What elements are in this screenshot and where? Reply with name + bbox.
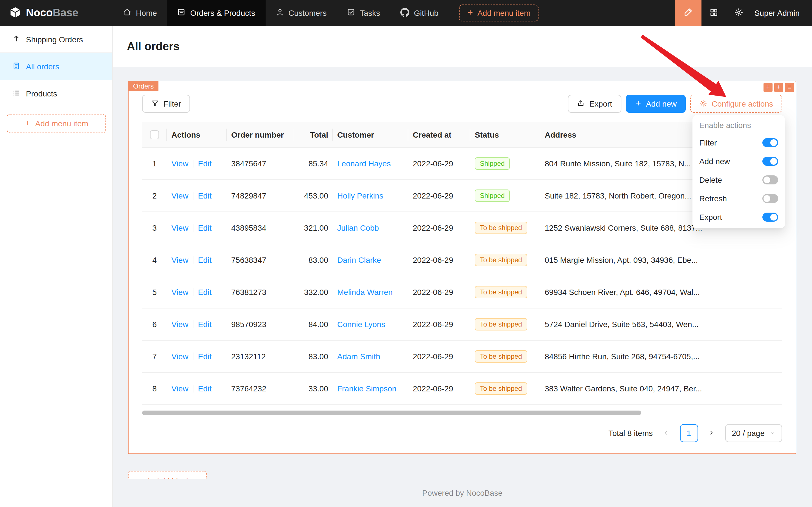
- enable-action-item[interactable]: Add new: [692, 152, 785, 170]
- nocobase-logo[interactable]: NocoBase: [0, 0, 113, 26]
- table-row[interactable]: 8 ViewEdit 73764232 33.00 Frankie Simpso…: [142, 373, 782, 405]
- status-cell: Shipped: [470, 148, 540, 180]
- pagination-next-button[interactable]: [702, 425, 720, 442]
- table-row[interactable]: 2 ViewEdit 74829847 453.00 Holly Perkins…: [142, 180, 782, 212]
- add-block-button[interactable]: Add block: [128, 471, 207, 480]
- tasks-icon: [347, 8, 355, 18]
- export-button[interactable]: Export: [568, 95, 621, 113]
- actions-cell: ViewEdit: [167, 276, 227, 308]
- pagination-page-1[interactable]: 1: [680, 425, 698, 442]
- actions-cell: ViewEdit: [167, 148, 227, 180]
- edit-link[interactable]: Edit: [198, 320, 212, 329]
- created-at-cell: 2022-06-29: [408, 341, 470, 373]
- actions-cell: ViewEdit: [167, 244, 227, 276]
- nav-item-orders-products[interactable]: Orders & Products: [167, 0, 265, 26]
- add-block-icon[interactable]: +: [774, 83, 783, 92]
- toggle-switch[interactable]: [762, 175, 778, 184]
- sidebar-add-menu-item-button[interactable]: Add menu item: [7, 114, 106, 133]
- actions-cell: ViewEdit: [167, 212, 227, 244]
- customer-link[interactable]: Julian Cobb: [337, 224, 379, 233]
- table-toolbar: Filter Export Add new Conf: [142, 95, 782, 113]
- actions-cell: ViewEdit: [167, 341, 227, 373]
- sidebar-item-all-orders[interactable]: All orders: [0, 53, 112, 80]
- add-column-icon[interactable]: +: [763, 83, 772, 92]
- view-link[interactable]: View: [171, 320, 188, 329]
- view-link[interactable]: View: [171, 352, 188, 361]
- toggle-switch[interactable]: [762, 157, 778, 166]
- view-link[interactable]: View: [171, 384, 188, 393]
- table-row[interactable]: 3 ViewEdit 43895834 321.00 Julian Cobb 2…: [142, 212, 782, 244]
- filter-button[interactable]: Filter: [142, 95, 190, 113]
- customer-link[interactable]: Connie Lyons: [337, 320, 385, 329]
- view-link[interactable]: View: [171, 224, 188, 233]
- horizontal-scrollbar-thumb[interactable]: [142, 411, 641, 415]
- nav-item-tasks[interactable]: Tasks: [337, 0, 390, 26]
- home-icon: [123, 8, 131, 18]
- customer-link[interactable]: Frankie Simpson: [337, 384, 396, 393]
- toggle-knob: [770, 139, 777, 146]
- view-link[interactable]: View: [171, 288, 188, 297]
- customer-link[interactable]: Leonard Hayes: [337, 159, 391, 168]
- drag-handle-icon[interactable]: ≡: [785, 83, 794, 92]
- add-block-clip: Add block: [128, 471, 207, 480]
- pagination: Total 8 items 1 20 / page: [142, 425, 782, 442]
- nav-item-github[interactable]: GitHub: [390, 0, 449, 26]
- edit-link[interactable]: Edit: [198, 352, 212, 361]
- edit-link[interactable]: Edit: [198, 256, 212, 265]
- action-divider: [193, 160, 193, 168]
- edit-link[interactable]: Edit: [198, 288, 212, 297]
- total-cell: 453.00: [293, 180, 333, 212]
- table-row[interactable]: 1 ViewEdit 38475647 85.34 Leonard Hayes …: [142, 148, 782, 180]
- edit-link[interactable]: Edit: [198, 159, 212, 168]
- settings-button[interactable]: [726, 0, 751, 26]
- table-row[interactable]: 4 ViewEdit 75638347 83.00 Darin Clarke 2…: [142, 244, 782, 276]
- pagination-prev-button[interactable]: [657, 425, 675, 442]
- actions-cell: ViewEdit: [167, 180, 227, 212]
- customer-link[interactable]: Adam Smith: [337, 352, 380, 361]
- edit-link[interactable]: Edit: [198, 224, 212, 233]
- navbar-add-menu-item-button[interactable]: Add menu item: [459, 4, 538, 21]
- add-new-button[interactable]: Add new: [626, 95, 686, 113]
- page-size-select[interactable]: 20 / page: [725, 425, 782, 442]
- enable-action-item[interactable]: Export: [692, 208, 785, 226]
- customer-link[interactable]: Melinda Warren: [337, 288, 393, 297]
- enable-actions-title: Enable actions: [692, 117, 785, 133]
- sidebar-item-products[interactable]: Products: [0, 80, 112, 107]
- view-link[interactable]: View: [171, 159, 188, 168]
- created-at-cell: 2022-06-29: [408, 180, 470, 212]
- total-cell: 332.00: [293, 276, 333, 308]
- view-link[interactable]: View: [171, 191, 188, 201]
- table-row[interactable]: 7 ViewEdit 23132112 83.00 Adam Smith 202…: [142, 341, 782, 373]
- chevron-right-icon: [708, 429, 714, 438]
- configure-actions-button[interactable]: Configure actions: [690, 95, 782, 113]
- nav-item-label: Tasks: [360, 8, 380, 17]
- plugin-manager-button[interactable]: [701, 0, 726, 26]
- toggle-switch[interactable]: [762, 138, 778, 147]
- nav-item-label: Customers: [288, 8, 327, 17]
- enable-action-item[interactable]: Filter: [692, 133, 785, 152]
- customer-cell: Adam Smith: [333, 341, 408, 373]
- select-all-checkbox[interactable]: [150, 130, 159, 139]
- edit-link[interactable]: Edit: [198, 384, 212, 393]
- customer-link[interactable]: Holly Perkins: [337, 191, 383, 201]
- sidebar: Shipping Orders All orders Products Add …: [0, 26, 113, 507]
- ui-editor-button[interactable]: [675, 0, 701, 26]
- action-divider: [193, 321, 193, 329]
- sidebar-item-shipping-orders[interactable]: Shipping Orders: [0, 26, 112, 53]
- nav-item-customers[interactable]: Customers: [265, 0, 337, 26]
- customer-link[interactable]: Darin Clarke: [337, 256, 381, 265]
- view-link[interactable]: View: [171, 256, 188, 265]
- enable-action-item[interactable]: Delete: [692, 170, 785, 189]
- user-menu[interactable]: Super Admin: [751, 8, 812, 17]
- enable-action-item[interactable]: Refresh: [692, 189, 785, 208]
- table-row[interactable]: 6 ViewEdit 98570923 84.00 Connie Lyons 2…: [142, 308, 782, 341]
- edit-link[interactable]: Edit: [198, 191, 212, 201]
- toggle-switch[interactable]: [762, 212, 778, 221]
- document-icon: [12, 62, 20, 71]
- toggle-switch[interactable]: [762, 194, 778, 203]
- sidebar-item-label: Shipping Orders: [26, 35, 83, 44]
- nav-item-home[interactable]: Home: [113, 0, 167, 26]
- toggle-knob: [763, 176, 770, 183]
- customer-cell: Julian Cobb: [333, 212, 408, 244]
- table-row[interactable]: 5 ViewEdit 76381273 332.00 Melinda Warre…: [142, 276, 782, 308]
